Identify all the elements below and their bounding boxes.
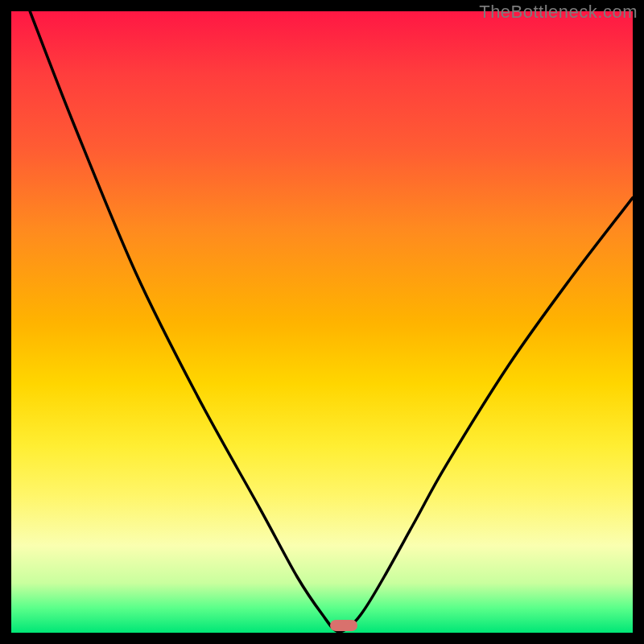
gradient-background	[11, 11, 633, 633]
chart-frame: TheBottleneck.com	[0, 0, 644, 644]
